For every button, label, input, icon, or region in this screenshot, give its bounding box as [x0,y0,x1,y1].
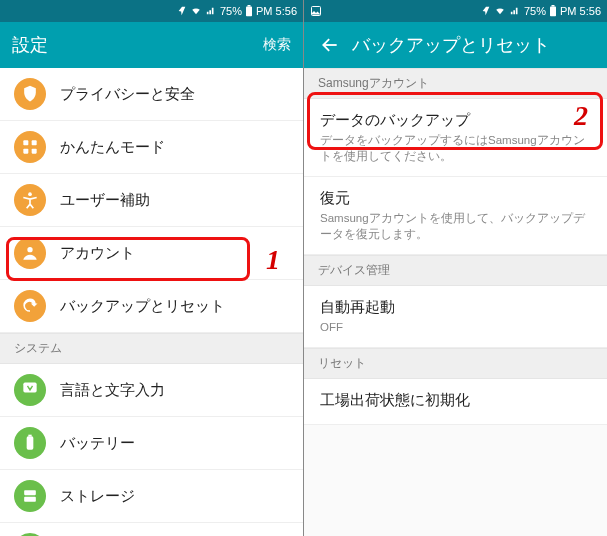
status-bar: 75% PM 5:56 [0,0,303,22]
wifi-icon [494,6,506,16]
settings-item-date-time[interactable]: 日付と時刻 [0,523,303,536]
section-header: デバイス管理 [304,255,607,286]
status-bar: 75% PM 5:56 [304,0,607,22]
clock-text: PM 5:56 [560,5,601,17]
settings-item-label: ストレージ [60,487,135,506]
left-screenshot: 75% PM 5:56 設定 検索 プライバシーと安全 かんたんモード ユーザー… [0,0,303,536]
svg-rect-3 [32,140,37,145]
settings-item-label: 言語と文字入力 [60,381,165,400]
settings-item-account[interactable]: アカウント [0,227,303,280]
svg-rect-9 [27,436,34,449]
pref-label: 復元 [320,189,350,208]
settings-item-accessibility[interactable]: ユーザー補助 [0,174,303,227]
pref-label: 工場出荷状態に初期化 [320,391,470,410]
pref-item[interactable]: 自動再起動 OFF [304,286,607,348]
backup-icon [14,290,46,322]
settings-item-storage[interactable]: ストレージ [0,470,303,523]
settings-item-language[interactable]: 言語と文字入力 [0,364,303,417]
image-icon [310,5,322,17]
svg-rect-17 [550,7,556,17]
svg-point-6 [28,192,32,196]
pref-label: データのバックアップ [320,111,470,130]
pref-sub: データをバックアップするにはSamsungアカウントを使用してください。 [320,132,591,164]
pref-item[interactable]: データのバックアップ データをバックアップするにはSamsungアカウントを使用… [304,99,607,177]
pref-label: 自動再起動 [320,298,395,317]
signal-icon [509,6,521,16]
svg-rect-5 [32,149,37,154]
right-screenshot: 75% PM 5:56 バックアップとリセット Samsungアカウント データ… [304,0,607,536]
privacy-icon [14,78,46,110]
pref-sub: OFF [320,319,343,335]
svg-point-7 [27,247,32,252]
battery-text: 75% [220,5,242,17]
clock-text: PM 5:56 [256,5,297,17]
settings-item-label: ユーザー補助 [60,191,150,210]
location-icon [481,6,491,16]
easy-mode-icon [14,131,46,163]
pref-sub: Samsungアカウントを使用して、バックアップデータを復元します。 [320,210,591,242]
battery-text: 75% [524,5,546,17]
svg-rect-10 [28,435,31,437]
svg-rect-0 [246,7,252,17]
svg-rect-2 [23,140,28,145]
battery-icon [245,5,253,17]
accessibility-icon [14,184,46,216]
settings-item-label: バックアップとリセット [60,297,225,316]
backup-list[interactable]: Samsungアカウント データのバックアップ データをバックアップするにはSa… [304,68,607,536]
settings-item-battery[interactable]: バッテリー [0,417,303,470]
signal-icon [205,6,217,16]
settings-item-label: かんたんモード [60,138,165,157]
svg-rect-11 [24,490,36,495]
pref-item[interactable]: 工場出荷状態に初期化 [304,379,607,425]
settings-item-easy-mode[interactable]: かんたんモード [0,121,303,174]
back-arrow-icon [320,35,340,55]
settings-list[interactable]: プライバシーと安全 かんたんモード ユーザー補助 アカウント バックアップとリセ… [0,68,303,536]
section-header-system: システム [0,333,303,364]
settings-item-privacy[interactable]: プライバシーと安全 [0,68,303,121]
battery-icon [549,5,557,17]
settings-item-label: プライバシーと安全 [60,85,195,104]
settings-item-backup[interactable]: バックアップとリセット [0,280,303,333]
section-header: リセット [304,348,607,379]
svg-rect-18 [552,5,555,7]
app-bar: 設定 検索 [0,22,303,68]
settings-item-label: バッテリー [60,434,135,453]
svg-rect-4 [23,149,28,154]
language-icon [14,374,46,406]
svg-rect-1 [248,5,251,7]
account-icon [14,237,46,269]
settings-item-label: アカウント [60,244,135,263]
storage-icon [14,480,46,512]
page-title: バックアップとリセット [352,33,595,57]
section-header: Samsungアカウント [304,68,607,99]
app-bar: バックアップとリセット [304,22,607,68]
back-button[interactable] [316,31,344,59]
battery-icon [14,427,46,459]
location-icon [177,6,187,16]
svg-rect-12 [24,497,36,502]
wifi-icon [190,6,202,16]
pref-item[interactable]: 復元 Samsungアカウントを使用して、バックアップデータを復元します。 [304,177,607,255]
search-button[interactable]: 検索 [263,36,291,54]
page-title: 設定 [12,33,263,57]
